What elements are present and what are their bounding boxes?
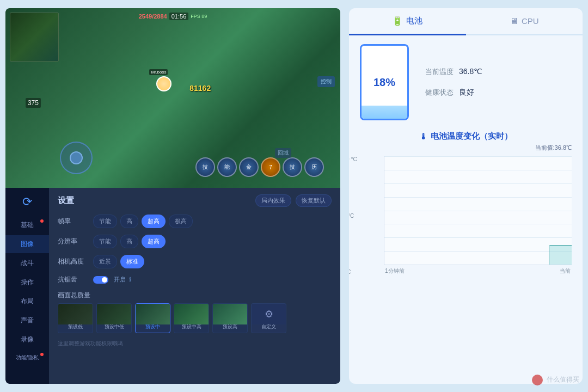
battery-tab-label: 电池 — [406, 16, 422, 26]
resolution-label: 分辨率 — [58, 237, 93, 246]
game-time: 01:56 — [169, 13, 189, 20]
in-game-effects-button[interactable]: 局内效果 — [255, 194, 291, 207]
anti-alias-toggle[interactable] — [93, 276, 108, 284]
header-buttons: 局内效果 恢复默认 — [255, 194, 332, 207]
battery-percentage: 18% — [373, 76, 395, 89]
camera-options: 近景 标准 — [93, 255, 144, 268]
cpu-tab-label: CPU — [522, 16, 539, 26]
settings-panel: ⟳ 基础 图像 战斗 操作 布局 声音 — [5, 188, 340, 384]
sidebar-item-layout[interactable]: 布局 — [5, 292, 49, 310]
quality-preset-4[interactable]: 预设中高 — [174, 303, 209, 333]
skill-4[interactable]: 7 — [261, 157, 280, 177]
chart-container — [384, 156, 572, 265]
frame-rate-eco[interactable]: 节能 — [93, 215, 117, 228]
skill-6[interactable]: 历 — [304, 157, 324, 177]
sidebar-item-sound[interactable]: 声音 — [5, 311, 49, 329]
health-label: 健康状态 — [425, 88, 454, 97]
right-panel: 🔋 电池 🖥 CPU 18% 当前温度 36.8℃ — [349, 8, 583, 384]
settings-header: 设置 局内效果 恢复默认 — [58, 194, 332, 207]
recall-btn[interactable]: 回城 — [275, 148, 291, 158]
preset-label-4: 预设中高 — [182, 323, 201, 330]
quality-preset-5[interactable]: 预设高 — [212, 303, 248, 333]
chart-grid — [384, 156, 572, 265]
y-label-0: 0 °C — [349, 269, 357, 275]
skill-2[interactable]: 能 — [217, 157, 237, 177]
control-btn[interactable]: 控制 — [317, 76, 335, 87]
sidebar-item-basic[interactable]: 基础 — [5, 216, 49, 234]
chart-title-icon: 🌡 — [419, 132, 427, 141]
tab-content-battery: 18% 当前温度 36.8℃ 健康状态 良好 🌡 电池温度 — [349, 35, 583, 384]
gold-left: 375 — [26, 98, 41, 108]
player-name-label: Mr.boss — [149, 69, 168, 75]
frame-rate-label: 帧率 — [58, 217, 93, 226]
quality-preset-2[interactable]: 预设中低 — [96, 303, 132, 333]
sidebar-item-combat[interactable]: 战斗 — [5, 254, 49, 272]
preset-label-2: 预设中低 — [105, 323, 124, 330]
quality-preset-custom[interactable]: ⚙ 自定义 — [251, 303, 286, 333]
x-label-start: 1分钟前 — [385, 267, 405, 275]
temp-label: 当前温度 — [425, 67, 454, 77]
frame-rate-extreme[interactable]: 极高 — [169, 215, 193, 228]
quality-label: 画面总质量 — [58, 291, 93, 300]
preset-label-1: 预设低 — [68, 323, 83, 330]
y-label-100: 100 °C — [349, 156, 357, 162]
game-screen: 2549/2884 01:56 FPS 89 Mr.boss 81162 375 — [5, 8, 340, 188]
chart-title-text: 电池温度变化（实时） — [431, 131, 512, 142]
x-label-end: 当前 — [560, 267, 571, 275]
settings-logo-icon: ⟳ — [19, 193, 36, 211]
anti-alias-label: 抗锯齿 — [58, 275, 93, 284]
joystick[interactable] — [60, 142, 93, 174]
sidebar-item-graphics[interactable]: 图像 — [5, 235, 49, 253]
sidebar-item-privacy[interactable]: 功能/隐私 — [5, 350, 49, 366]
sidebar-dot-basic — [40, 219, 44, 223]
tabs-bar: 🔋 电池 🖥 CPU — [349, 8, 583, 35]
res-eco[interactable]: 节能 — [93, 235, 117, 248]
temp-value: 36.8℃ — [459, 67, 482, 76]
camera-height-label: 相机高度 — [58, 257, 93, 266]
chart-wrapper: 100 °C 50 °C 0 °C — [360, 156, 572, 275]
sidebar-item-controls[interactable]: 操作 — [5, 273, 49, 291]
res-ultra[interactable]: 超高 — [142, 235, 166, 248]
temp-stat-row: 当前温度 36.8℃ — [425, 67, 482, 77]
settings-title: 设置 — [58, 195, 74, 206]
frame-rate-row: 帧率 节能 高 超高 极高 — [58, 215, 332, 228]
y-label-50: 50 °C — [349, 213, 357, 219]
settings-sidebar: ⟳ 基础 图像 战斗 操作 布局 声音 — [5, 188, 49, 384]
battery-fill — [362, 106, 407, 119]
battery-tab-icon: 🔋 — [392, 16, 403, 26]
chart-x-labels: 1分钟前 当前 — [384, 267, 572, 275]
frame-rate-ultra[interactable]: 超高 — [142, 215, 166, 228]
quality-preset-3[interactable]: 预设中 — [135, 303, 170, 333]
tab-cpu[interactable]: 🖥 CPU — [466, 8, 583, 35]
chart-section: 🌡 电池温度变化（实时） 当前值:36.8℃ 100 °C 50 °C 0 °C — [360, 131, 572, 275]
skills-bar: 技 能 金 7 技 历 — [195, 157, 324, 177]
game-score: 2549/2884 — [139, 13, 167, 20]
frame-rate-high[interactable]: 高 — [120, 215, 138, 228]
damage-number: 81162 — [189, 84, 211, 93]
watermark-logo — [532, 375, 543, 385]
camera-standard[interactable]: 标准 — [120, 255, 144, 268]
quality-row: 画面总质量 预设低 预设中低 预设中 — [58, 291, 332, 333]
res-high[interactable]: 高 — [120, 235, 138, 248]
quality-preset-1[interactable]: 预设低 — [58, 303, 93, 333]
anti-alias-row: 抗锯齿 开启 ℹ — [58, 275, 332, 284]
skill-1[interactable]: 技 — [195, 157, 215, 177]
frame-rate-options: 节能 高 超高 极高 — [93, 215, 193, 228]
restore-default-button[interactable]: 恢复默认 — [296, 194, 332, 207]
preset-label-3: 预设中 — [145, 323, 160, 330]
sidebar-item-recording[interactable]: 录像 — [5, 330, 49, 348]
battery-top-cap — [376, 44, 393, 46]
health-stat-row: 健康状态 良好 — [425, 88, 482, 97]
battery-info: 18% 当前温度 36.8℃ 健康状态 良好 — [360, 44, 572, 120]
camera-close[interactable]: 近景 — [93, 255, 117, 268]
battery-stats: 当前温度 36.8℃ 健康状态 良好 — [425, 67, 482, 97]
battery-visual: 18% — [360, 44, 409, 120]
game-topbar: 2549/2884 01:56 FPS 89 — [5, 10, 340, 22]
chart-title: 🌡 电池温度变化（实时） — [360, 131, 572, 142]
anti-alias-info-icon: ℹ — [129, 276, 131, 283]
skill-5[interactable]: 技 — [283, 157, 302, 177]
tab-battery[interactable]: 🔋 电池 — [349, 8, 466, 35]
camera-height-row: 相机高度 近景 标准 — [58, 255, 332, 268]
preset-label-custom: 自定义 — [261, 323, 276, 330]
skill-3[interactable]: 金 — [239, 157, 259, 177]
